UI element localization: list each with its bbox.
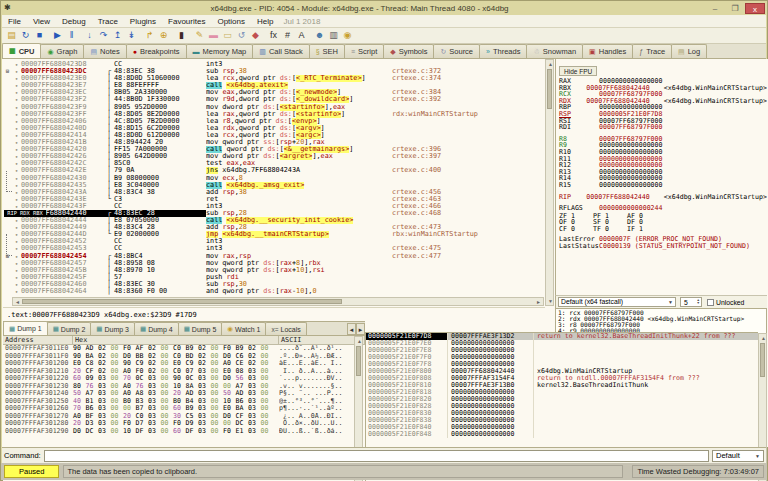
breakpoint-dot-icon[interactable]: • [12, 196, 21, 203]
breakpoint-dot-icon[interactable]: • [12, 189, 21, 196]
tab-memory-map[interactable]: ▬Memory Map [186, 44, 254, 58]
dump-scroll-thumb[interactable] [356, 346, 361, 376]
collapse-toggle-icon[interactable]: ⊟ [3, 68, 12, 75]
font-icon[interactable]: A [295, 29, 308, 42]
breakpoint-dot-icon[interactable]: • [12, 253, 21, 260]
tab-handles[interactable]: ▣Handles [582, 44, 633, 58]
breakpoint-dot-icon[interactable]: • [12, 118, 21, 125]
tab-snowman[interactable]: ☃Snowman [526, 44, 583, 58]
breakpoint-dot-icon[interactable]: • [12, 274, 21, 281]
tab-notes[interactable]: ▤Notes [83, 44, 126, 58]
breakpoint-dot-icon[interactable]: • [12, 82, 21, 89]
watch-tab-1[interactable]: ◉Watch 1 [221, 322, 266, 335]
help-icon[interactable]: ◉ [341, 29, 354, 42]
breakpoint-dot-icon[interactable]: • [12, 125, 21, 132]
command-mode-select[interactable]: Default ▼ [712, 450, 764, 462]
remove-analysis-icon[interactable]: ◆ [249, 29, 262, 42]
patch-icon[interactable]: ▭ [221, 29, 234, 42]
tab-call-stack[interactable]: ▥Call Stack [252, 44, 309, 58]
open-file-icon[interactable]: ▤ [5, 29, 18, 42]
spin-down-icon[interactable]: ▼ [697, 302, 700, 306]
register-row[interactable]: R130000000000000000 [559, 169, 767, 176]
register-row[interactable]: R800007FF68797F000 [559, 136, 767, 143]
tab-log[interactable]: ▤Log [671, 44, 707, 58]
flag-zf[interactable]: ZF 1 [559, 212, 593, 219]
breakpoint-dot-icon[interactable]: • [12, 61, 21, 68]
dump-header-hex[interactable]: Hex [73, 336, 279, 344]
arguments-panel[interactable]: 1: rcx 00007FF68797F0002: rdx 00007FF688… [555, 308, 767, 335]
breakpoint-dot-icon[interactable]: • [12, 89, 21, 96]
disasm-vertical-scrollbar[interactable]: ▲ ▼ [545, 59, 554, 306]
step-into-icon[interactable]: ↓ [83, 29, 96, 42]
register-row[interactable]: RSP0000005F21E0F7D8 [559, 111, 767, 118]
register-row[interactable]: RFLAGS0000000000000244 [559, 205, 767, 212]
register-row[interactable]: RIP00007FF688042440<x64dbg.WinMainCRTSta… [559, 194, 767, 201]
tab-next-icon[interactable]: ► [356, 323, 365, 335]
registers-panel[interactable]: Hide FPU RAX0000000000000000RBX00007FF68… [555, 59, 767, 295]
scroll-left-arrow[interactable]: ◄ [13, 298, 22, 306]
unlocked-checkbox[interactable]: Unlocked [707, 299, 744, 306]
register-row[interactable]: RBX00007FF688042440<x64dbg.WinMainCRTSta… [559, 85, 767, 92]
scroll-down-arrow[interactable]: ▼ [546, 297, 555, 305]
breakpoint-dot-icon[interactable]: • [12, 153, 21, 160]
register-row[interactable]: RDX00007FF688042440<x64dbg.WinMainCRTSta… [559, 98, 767, 105]
hash-icon[interactable]: # [281, 29, 294, 42]
breakpoint-dot-icon[interactable]: • [12, 104, 21, 111]
register-row[interactable]: R140000000000000000 [559, 175, 767, 182]
breakpoint-dot-icon[interactable]: • [12, 224, 21, 231]
disasm-scroll-thumb[interactable] [547, 69, 552, 109]
breakpoint-dot-icon[interactable]: • [12, 111, 21, 118]
memory-icon[interactable]: ▮ [175, 29, 188, 42]
menu-file[interactable]: File [2, 17, 27, 26]
dump-header-address[interactable]: Address [3, 336, 73, 344]
flag-cf[interactable]: CF 0 [559, 225, 593, 232]
disassembly-panel[interactable]: •00007FF6880423D8CCint3⊟•00007FF6880423D… [3, 59, 545, 306]
tab-trace[interactable]: ƒTrace [632, 44, 672, 58]
disasm-hscroll-thumb[interactable] [22, 299, 342, 304]
breakpoint-dot-icon[interactable]: • [12, 139, 21, 146]
breakpoint-dot-icon[interactable]: • [12, 167, 21, 174]
menu-help[interactable]: Help [251, 17, 279, 26]
flag-of[interactable]: OF 0 [559, 218, 593, 225]
register-row[interactable]: RSI00007FF68797F000 [559, 118, 767, 125]
tab-script[interactable]: ≡Script [344, 44, 384, 58]
tab-symbols[interactable]: ◆Symbols [383, 44, 434, 58]
tab-prev-icon[interactable]: ◄ [347, 323, 356, 335]
pause-icon[interactable]: ‖ [65, 29, 78, 42]
register-row[interactable]: R150000000000000000 [559, 182, 767, 189]
breakpoint-dot-icon[interactable]: • [12, 245, 21, 252]
maximize-button[interactable]: ❐ [725, 3, 745, 14]
locals-tab[interactable]: x=Locals [265, 322, 306, 335]
register-row[interactable]: R90000000000000000 [559, 142, 767, 149]
breakpoint-dot-icon[interactable]: • [12, 260, 21, 267]
tab-graph[interactable]: ◉Graph [40, 44, 84, 58]
menu-plugins[interactable]: Plugins [124, 17, 162, 26]
breakpoint-dot-icon[interactable]: • [12, 146, 21, 153]
argument-count-stepper[interactable]: 5 ▲▼ [680, 297, 702, 307]
register-row[interactable]: R110000000000000000 [559, 156, 767, 163]
menu-options[interactable]: Options [211, 17, 251, 26]
tab-cpu[interactable]: ▦CPU [2, 43, 41, 58]
breakpoint-dot-icon[interactable]: • [12, 203, 21, 210]
command-input[interactable] [44, 450, 709, 462]
hide-fpu-button[interactable]: Hide FPU [559, 66, 597, 76]
menu-debug[interactable]: Debug [56, 17, 92, 26]
tab-seh[interactable]: §SEH [309, 44, 345, 58]
restart-icon[interactable]: ↻ [19, 29, 32, 42]
disasm-horizontal-scrollbar[interactable]: ◄ ► [12, 297, 544, 306]
dump-tab-1[interactable]: ▦Dump 1 [3, 321, 48, 335]
disasm-row[interactable]: •00007FF688042464│48:8360 F0 00and qword… [3, 288, 545, 295]
trace-into-icon[interactable]: ⊕ [157, 29, 170, 42]
register-row[interactable]: LastStatusC0000139 (STATUS_ENTRYPOINT_NO… [559, 243, 767, 250]
dump-header-ascii[interactable]: ASCII [279, 336, 365, 344]
breakpoint-dot-icon[interactable]: • [12, 182, 21, 189]
dump-tab-4[interactable]: ▦Dump 4 [134, 322, 179, 335]
stack-row[interactable]: 0000005F21E0F8480000000000000000 [366, 431, 758, 438]
flag-tf[interactable]: TF 0 [593, 225, 627, 232]
breakpoint-dot-icon[interactable]: • [12, 160, 21, 167]
calculator-icon[interactable]: fx [267, 29, 280, 42]
dump-tab-5[interactable]: ▦Dump 5 [178, 322, 223, 335]
flag-af[interactable]: AF 0 [627, 212, 661, 219]
scroll-up-arrow[interactable]: ▲ [355, 337, 364, 345]
flag-pf[interactable]: PF 1 [593, 212, 627, 219]
